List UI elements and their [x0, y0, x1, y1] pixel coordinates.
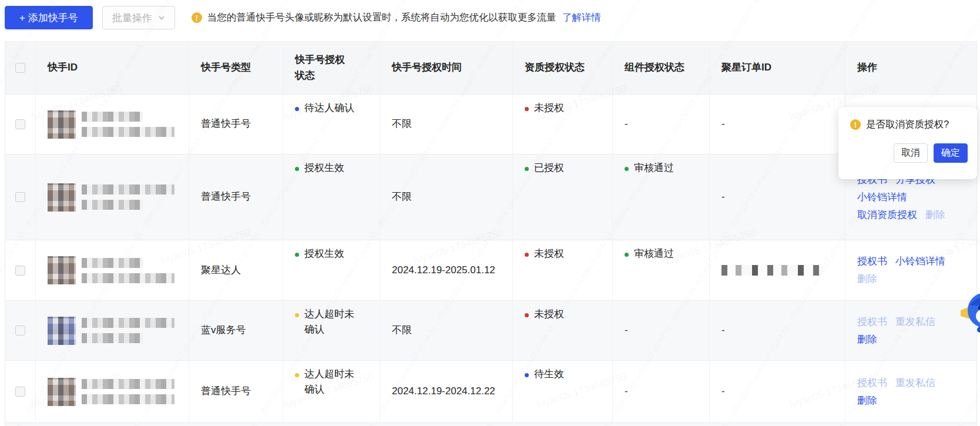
- status-dot-icon: [295, 313, 299, 317]
- authorization-letter-link[interactable]: 授权书: [857, 253, 887, 270]
- row-checkbox[interactable]: [15, 326, 25, 336]
- order-id: [710, 240, 845, 300]
- table-row: 蓝v服务号 达人超时未确认 不限 未授权 - - 授权书重发私信删除: [5, 301, 976, 361]
- order-id: -: [710, 301, 845, 360]
- status-dot-icon: [525, 253, 529, 257]
- masked-order-id: [721, 265, 823, 276]
- qualification-status: 未授权: [513, 240, 613, 300]
- authorization-letter-link[interactable]: 授权书: [857, 313, 887, 331]
- auth-time: 不限: [380, 95, 513, 154]
- masked-name: [82, 258, 143, 268]
- account-type: 普通快手号: [189, 95, 283, 154]
- component-status: -: [613, 95, 710, 154]
- status-dot-icon: [295, 253, 299, 257]
- chevron-down-icon: [158, 14, 165, 21]
- col-header-auth-time: 快手号授权时间: [380, 42, 513, 94]
- account-id-cell: [36, 95, 189, 154]
- resend-private-message-link[interactable]: 重发私信: [895, 313, 935, 331]
- table-row: 普通快手号 待达人确认 不限 未授权 - -: [5, 95, 976, 155]
- delete-link[interactable]: 删除: [857, 331, 877, 348]
- auth-time: 2024.12.19-2025.01.12: [380, 240, 513, 300]
- status-dot-icon: [295, 167, 299, 171]
- confirm-button[interactable]: 确定: [934, 143, 968, 163]
- status-dot-icon: [625, 167, 629, 171]
- actions-cell: 授权书小铃铛详情删除: [845, 240, 976, 300]
- status-dot-icon: [525, 373, 529, 377]
- auth-status: 授权生效: [283, 155, 380, 240]
- toolbar: + 添加快手号 批量操作 ! 当您的普通快手号头像或昵称为默认设置时，系统将自动…: [0, 0, 980, 35]
- cancel-qualification-popover: ! 是否取消资质授权? 取消 确定: [838, 107, 977, 179]
- account-id-cell: [36, 155, 189, 240]
- status-dot-icon: [525, 107, 529, 111]
- row-checkbox[interactable]: [15, 192, 25, 202]
- actions-cell: 授权书重发私信删除: [845, 361, 976, 422]
- qualification-status: 未授权: [513, 301, 613, 360]
- avatar-masked: [48, 378, 76, 406]
- component-status: 审核通过: [613, 155, 710, 240]
- table-header-row: 快手ID 快手号类型 快手号授权状态 快手号授权时间 资质授权状态 组件授权状态…: [5, 42, 976, 95]
- learn-more-link[interactable]: 了解详情: [562, 11, 601, 24]
- table-row: 普通快手号 授权生效 不限 已授权 审核通过 - 授权书分享授权小铃铛详情取消资…: [5, 155, 976, 240]
- warning-icon: !: [192, 12, 202, 23]
- order-id: -: [710, 95, 845, 154]
- col-header-component-status: 组件授权状态: [613, 42, 710, 94]
- warning-icon: !: [850, 119, 861, 130]
- masked-id: [82, 394, 174, 404]
- bulk-actions-label: 批量操作: [112, 11, 152, 25]
- authorization-letter-link[interactable]: 授权书: [857, 374, 887, 392]
- bulk-actions-button[interactable]: 批量操作: [102, 6, 175, 29]
- auth-time: 不限: [380, 301, 513, 360]
- resend-private-message-link[interactable]: 重发私信: [895, 374, 935, 392]
- account-id-cell: [36, 301, 189, 360]
- masked-name: [82, 112, 143, 122]
- add-kuaishou-account-button[interactable]: + 添加快手号: [5, 6, 93, 29]
- auth-status: 待达人确认: [283, 95, 380, 154]
- masked-id: [82, 333, 143, 343]
- col-header-qualification-status: 资质授权状态: [513, 42, 613, 94]
- accounts-table: 快手ID 快手号类型 快手号授权状态 快手号授权时间 资质授权状态 组件授权状态…: [5, 41, 977, 426]
- account-type: 普通快手号: [189, 155, 283, 240]
- row-checkbox[interactable]: [15, 119, 25, 129]
- bell-detail-link[interactable]: 小铃铛详情: [857, 189, 907, 206]
- component-status: -: [613, 361, 710, 422]
- alert-banner: ! 当您的普通快手号头像或昵称为默认设置时，系统将自动为您优化以获取更多流量 了…: [192, 11, 601, 24]
- status-dot-icon: [525, 167, 529, 171]
- qualification-status: 待生效: [513, 361, 613, 422]
- masked-id: [82, 273, 174, 283]
- delete-link[interactable]: 删除: [857, 392, 877, 410]
- component-status: 审核通过: [613, 240, 710, 300]
- cancel-button[interactable]: 取消: [894, 143, 928, 163]
- table-row: 普通快手号 达人超时未确认 2024.12.19-2024.12.22 待生效 …: [5, 361, 976, 423]
- auth-status: 达人超时未确认: [283, 301, 380, 360]
- status-dot-icon: [295, 107, 299, 111]
- popover-message: 是否取消资质授权?: [866, 118, 949, 131]
- auth-status: 达人超时未确认: [283, 361, 380, 422]
- row-checkbox[interactable]: [15, 266, 25, 276]
- bell-detail-link[interactable]: 小铃铛详情: [895, 253, 945, 270]
- actions-cell: 授权书重发私信删除: [845, 301, 976, 360]
- status-dot-icon: [625, 253, 629, 257]
- account-type: 普通快手号: [189, 361, 283, 422]
- status-dot-icon: [295, 373, 299, 377]
- next-row-partial: [5, 423, 976, 426]
- account-type: 蓝v服务号: [189, 301, 283, 360]
- customer-service-mascot[interactable]: [959, 288, 980, 336]
- avatar-masked: [48, 110, 76, 139]
- qualification-status: 未授权: [513, 95, 613, 154]
- order-id: -: [710, 361, 845, 422]
- qualification-status: 已授权: [513, 155, 613, 240]
- delete-link[interactable]: 删除: [857, 270, 877, 288]
- cancel-qualification-link[interactable]: 取消资质授权: [857, 206, 917, 224]
- account-id-cell: [36, 361, 189, 422]
- select-all-checkbox[interactable]: [15, 63, 25, 73]
- col-header-kuaishou-id: 快手ID: [36, 42, 189, 94]
- avatar-masked: [48, 183, 76, 212]
- avatar-masked: [48, 317, 76, 345]
- auth-time: 2024.12.19-2024.12.22: [380, 361, 513, 422]
- delete-link[interactable]: 删除: [925, 206, 945, 224]
- masked-id: [82, 200, 143, 210]
- row-checkbox[interactable]: [15, 387, 25, 397]
- masked-name: [82, 185, 174, 194]
- auth-status: 授权生效: [283, 240, 380, 300]
- masked-id: [82, 127, 174, 137]
